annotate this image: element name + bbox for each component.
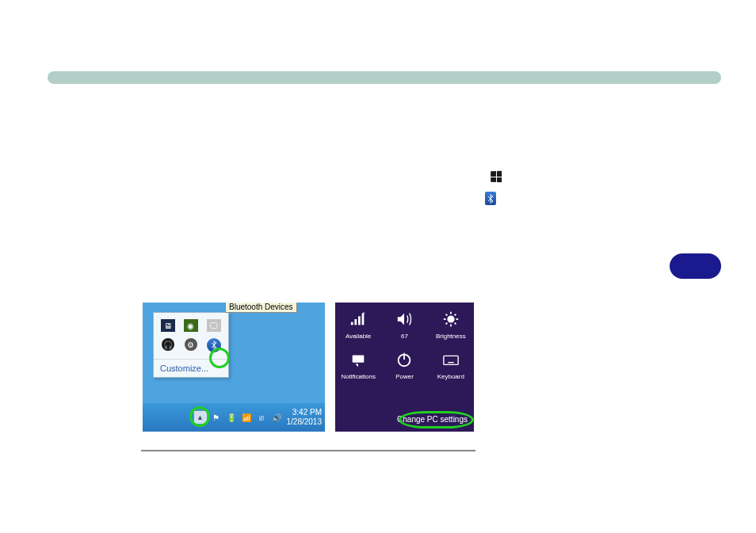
- windows-logo-icon: [491, 171, 502, 182]
- svg-point-5: [448, 316, 453, 322]
- battery-icon[interactable]: 🔋: [226, 412, 237, 423]
- clock-time: 3:42 PM: [287, 408, 323, 417]
- charm-keyboard[interactable]: Keyboard: [437, 349, 464, 380]
- charm-power[interactable]: Power: [394, 349, 414, 380]
- charm-label: Power: [395, 373, 414, 380]
- change-pc-settings-link[interactable]: Change PC settings: [397, 415, 468, 424]
- charm-label: Brightness: [436, 333, 466, 340]
- charm-label: Available: [346, 333, 371, 340]
- charms-grid: * Available 67 Brightness Noti: [335, 309, 474, 380]
- charm-volume[interactable]: 67: [394, 309, 414, 340]
- svg-line-10: [445, 314, 447, 316]
- tray-icon-headset[interactable]: 🎧: [162, 338, 174, 351]
- customize-link[interactable]: Customize...: [154, 359, 228, 377]
- network-icon[interactable]: 📶: [241, 412, 252, 423]
- bluetooth-icon: [485, 192, 496, 205]
- highlight-circle-arrow: [189, 406, 210, 427]
- bluetooth-tooltip: Bluetooth Devices: [225, 303, 297, 313]
- flag-icon[interactable]: ⚑: [211, 412, 222, 423]
- svg-rect-14: [353, 356, 365, 363]
- charm-label: Notifications: [341, 373, 376, 380]
- svg-line-11: [454, 323, 456, 325]
- brightness-icon: [441, 309, 461, 329]
- bottom-divider: [141, 450, 475, 451]
- header-divider: [48, 71, 721, 84]
- volume-icon: [394, 309, 414, 329]
- notifications-icon: [348, 349, 368, 370]
- svg-rect-17: [444, 356, 458, 364]
- svg-text:*: *: [363, 310, 365, 318]
- svg-rect-1: [355, 319, 357, 325]
- tray-popup: 🖥 ◉ 🖵 🎧 ⚙ Customize...: [153, 312, 229, 378]
- svg-line-12: [445, 323, 447, 325]
- charm-notifications[interactable]: Notifications: [341, 349, 376, 380]
- show-hidden-icons-button[interactable]: ▲: [193, 410, 208, 424]
- tray-icon-settings[interactable]: ⚙: [185, 338, 197, 351]
- charm-network[interactable]: * Available: [346, 309, 371, 340]
- svg-rect-0: [351, 322, 353, 326]
- charm-label: 67: [401, 333, 408, 340]
- tray-icon-monitor[interactable]: 🖥: [161, 319, 175, 332]
- side-marker: [670, 253, 721, 279]
- taskbar-status-icons: ⚑ 🔋 📶 ⎚ 🔊: [211, 412, 282, 423]
- device-icon[interactable]: ⎚: [256, 412, 267, 423]
- figure-charms-settings: * Available 67 Brightness Noti: [335, 303, 474, 432]
- tray-icon-display[interactable]: 🖵: [207, 319, 221, 332]
- tray-icon-bluetooth[interactable]: [207, 338, 221, 352]
- figures-row: Bluetooth Devices 🖥 ◉ 🖵 🎧 ⚙ Customize...…: [143, 303, 474, 432]
- figure-taskbar-tray: Bluetooth Devices 🖥 ◉ 🖵 🎧 ⚙ Customize...…: [143, 303, 325, 432]
- signal-icon: *: [348, 309, 368, 329]
- tray-icon-grid: 🖥 ◉ 🖵 🎧 ⚙: [154, 313, 228, 359]
- keyboard-icon: [441, 349, 461, 370]
- power-icon: [394, 349, 414, 370]
- svg-rect-2: [358, 316, 361, 325]
- svg-line-13: [454, 314, 456, 316]
- clock-date: 1/28/2013: [287, 417, 323, 427]
- clock[interactable]: 3:42 PM 1/28/2013: [287, 408, 323, 427]
- taskbar: ▲ ⚑ 🔋 📶 ⎚ 🔊 3:42 PM 1/28/2013: [143, 403, 325, 432]
- charm-brightness[interactable]: Brightness: [436, 309, 466, 340]
- charm-label: Keyboard: [437, 373, 464, 380]
- tray-icon-nvidia[interactable]: ◉: [184, 319, 198, 332]
- volume-icon[interactable]: 🔊: [271, 412, 282, 423]
